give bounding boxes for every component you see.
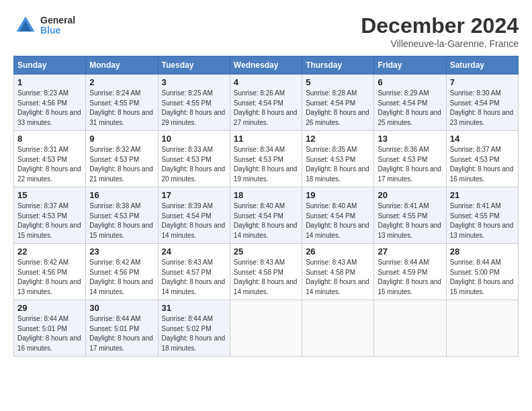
calendar-table: SundayMondayTuesdayWednesdayThursdayFrid… [13,56,519,357]
sunset-label: Sunset: 4:57 PM [162,269,212,276]
day-number: 2 [89,77,154,87]
sunset-label: Sunset: 4:54 PM [378,99,427,107]
sunset-label: Sunset: 5:00 PM [450,269,500,276]
day-info: Sunrise: 8:44 AM Sunset: 5:00 PM Dayligh… [450,258,515,297]
calendar-day-21: 21 Sunrise: 8:41 AM Sunset: 4:55 PM Dayl… [446,187,518,244]
calendar-day-10: 10 Sunrise: 8:33 AM Sunset: 4:53 PM Dayl… [158,131,230,187]
daylight-label: Daylight: 8 hours and 21 minutes. [89,165,153,183]
calendar-day-15: 15 Sunrise: 8:37 AM Sunset: 4:53 PM Dayl… [14,187,86,244]
calendar-day-3: 3 Sunrise: 8:25 AM Sunset: 4:55 PM Dayli… [158,75,230,131]
sunset-label: Sunset: 4:54 PM [162,212,212,220]
calendar-day-12: 12 Sunrise: 8:35 AM Sunset: 4:53 PM Dayl… [302,131,374,187]
day-info: Sunrise: 8:25 AM Sunset: 4:55 PM Dayligh… [162,89,226,128]
calendar-day-24: 24 Sunrise: 8:43 AM Sunset: 4:57 PM Dayl… [158,244,230,300]
daylight-label: Daylight: 8 hours and 14 minutes. [306,222,369,239]
sunset-label: Sunset: 4:59 PM [378,269,427,276]
weekday-header-tuesday: Tuesday [158,56,230,75]
sunrise-label: Sunrise: 8:44 AM [89,315,140,322]
weekday-header-friday: Friday [374,56,446,75]
sunrise-label: Sunrise: 8:38 AM [89,202,140,210]
sunrise-label: Sunrise: 8:41 AM [450,202,501,210]
sunset-label: Sunset: 4:56 PM [17,99,67,107]
calendar-day-1: 1 Sunrise: 8:23 AM Sunset: 4:56 PM Dayli… [14,75,86,131]
sunrise-label: Sunrise: 8:44 AM [378,259,429,266]
sunset-label: Sunset: 4:53 PM [17,212,67,220]
sunrise-label: Sunrise: 8:39 AM [162,202,213,210]
sunset-label: Sunset: 4:54 PM [234,99,283,107]
sunrise-label: Sunrise: 8:40 AM [234,202,285,210]
day-number: 19 [306,190,370,200]
day-info: Sunrise: 8:29 AM Sunset: 4:54 PM Dayligh… [378,89,442,128]
daylight-label: Daylight: 8 hours and 20 minutes. [162,165,226,183]
calendar-day-19: 19 Sunrise: 8:40 AM Sunset: 4:54 PM Dayl… [302,187,374,244]
daylight-label: Daylight: 8 hours and 13 minutes. [17,278,81,295]
daylight-label: Daylight: 8 hours and 15 minutes. [450,278,514,295]
daylight-label: Daylight: 8 hours and 14 minutes. [162,222,226,239]
day-info: Sunrise: 8:36 AM Sunset: 4:53 PM Dayligh… [378,145,442,184]
day-number: 13 [378,134,442,144]
day-info: Sunrise: 8:32 AM Sunset: 4:53 PM Dayligh… [89,145,154,184]
sunset-label: Sunset: 4:53 PM [234,156,283,163]
sunset-label: Sunset: 4:53 PM [162,156,212,163]
day-number: 22 [17,246,82,257]
day-info: Sunrise: 8:33 AM Sunset: 4:53 PM Dayligh… [162,145,226,184]
day-info: Sunrise: 8:23 AM Sunset: 4:56 PM Dayligh… [17,89,82,128]
sunset-label: Sunset: 4:53 PM [378,156,427,163]
day-number: 27 [378,246,442,257]
day-number: 7 [450,77,515,87]
day-info: Sunrise: 8:24 AM Sunset: 4:55 PM Dayligh… [89,89,154,128]
day-number: 5 [306,77,370,87]
calendar-day-27: 27 Sunrise: 8:44 AM Sunset: 4:59 PM Dayl… [374,244,446,300]
sunrise-label: Sunrise: 8:42 AM [17,259,69,266]
daylight-label: Daylight: 8 hours and 31 minutes. [89,109,153,126]
calendar-day-22: 22 Sunrise: 8:42 AM Sunset: 4:56 PM Dayl… [14,244,86,300]
day-number: 17 [162,190,226,200]
day-info: Sunrise: 8:30 AM Sunset: 4:54 PM Dayligh… [450,89,515,128]
daylight-label: Daylight: 8 hours and 18 minutes. [306,165,369,183]
calendar-day-25: 25 Sunrise: 8:43 AM Sunset: 4:58 PM Dayl… [230,244,302,300]
sunrise-label: Sunrise: 8:24 AM [89,89,140,97]
day-number: 30 [89,303,154,313]
sunset-label: Sunset: 4:58 PM [306,269,355,276]
sunset-label: Sunset: 4:53 PM [450,156,500,163]
daylight-label: Daylight: 8 hours and 22 minutes. [17,165,81,183]
day-info: Sunrise: 8:43 AM Sunset: 4:58 PM Dayligh… [234,258,298,297]
day-number: 9 [89,134,154,144]
day-info: Sunrise: 8:42 AM Sunset: 4:56 PM Dayligh… [17,258,82,297]
calendar-day-31: 31 Sunrise: 8:44 AM Sunset: 5:02 PM Dayl… [158,300,230,357]
daylight-label: Daylight: 8 hours and 29 minutes. [162,109,226,126]
daylight-label: Daylight: 8 hours and 18 minutes. [162,334,226,352]
day-number: 31 [162,303,226,313]
day-number: 4 [234,77,298,87]
day-number: 16 [89,190,154,200]
day-info: Sunrise: 8:43 AM Sunset: 4:58 PM Dayligh… [306,258,370,297]
day-info: Sunrise: 8:44 AM Sunset: 5:01 PM Dayligh… [17,314,82,353]
sunset-label: Sunset: 4:54 PM [306,99,355,107]
page-header: General Blue December 2024 Villeneuve-la… [13,13,519,49]
day-info: Sunrise: 8:44 AM Sunset: 4:59 PM Dayligh… [378,258,442,297]
daylight-label: Daylight: 8 hours and 33 minutes. [17,109,81,126]
sunset-label: Sunset: 4:54 PM [450,99,500,107]
day-number: 29 [17,303,82,313]
calendar-day-5: 5 Sunrise: 8:28 AM Sunset: 4:54 PM Dayli… [302,75,374,131]
day-info: Sunrise: 8:35 AM Sunset: 4:53 PM Dayligh… [306,145,370,184]
daylight-label: Daylight: 8 hours and 25 minutes. [378,109,441,126]
calendar-title: December 2024 [361,13,519,38]
calendar-day-26: 26 Sunrise: 8:43 AM Sunset: 4:58 PM Dayl… [302,244,374,300]
sunrise-label: Sunrise: 8:31 AM [17,146,69,153]
logo-text: General Blue [40,15,75,36]
day-info: Sunrise: 8:41 AM Sunset: 4:55 PM Dayligh… [378,201,442,240]
sunset-label: Sunset: 4:58 PM [234,269,283,276]
daylight-label: Daylight: 8 hours and 17 minutes. [89,334,153,352]
day-number: 10 [162,134,226,144]
sunset-label: Sunset: 4:53 PM [89,212,139,220]
calendar-day-23: 23 Sunrise: 8:42 AM Sunset: 4:56 PM Dayl… [86,244,158,300]
sunrise-label: Sunrise: 8:33 AM [162,146,213,153]
calendar-day-16: 16 Sunrise: 8:38 AM Sunset: 4:53 PM Dayl… [86,187,158,244]
daylight-label: Daylight: 8 hours and 14 minutes. [234,222,298,239]
day-info: Sunrise: 8:40 AM Sunset: 4:54 PM Dayligh… [234,201,298,240]
calendar-day-14: 14 Sunrise: 8:37 AM Sunset: 4:53 PM Dayl… [446,131,518,187]
daylight-label: Daylight: 8 hours and 14 minutes. [89,278,153,295]
weekday-header-saturday: Saturday [446,56,518,75]
day-info: Sunrise: 8:38 AM Sunset: 4:53 PM Dayligh… [89,201,154,240]
